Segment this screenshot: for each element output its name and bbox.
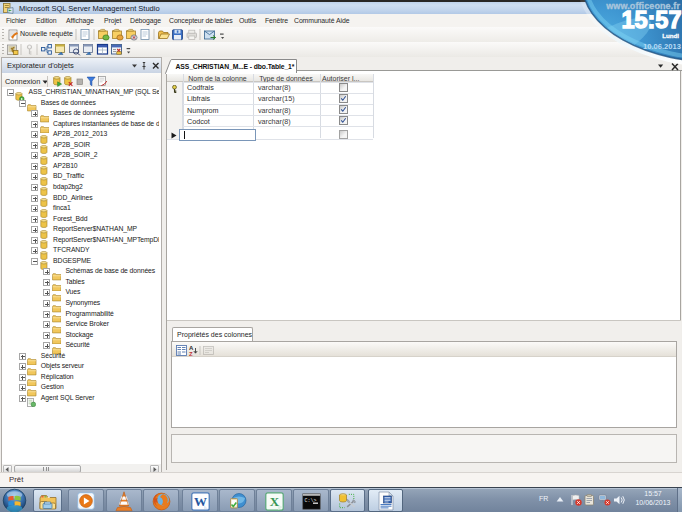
svg-text:Z: Z bbox=[189, 350, 193, 356]
svg-text:W: W bbox=[193, 493, 206, 508]
svg-text:X: X bbox=[269, 493, 279, 508]
